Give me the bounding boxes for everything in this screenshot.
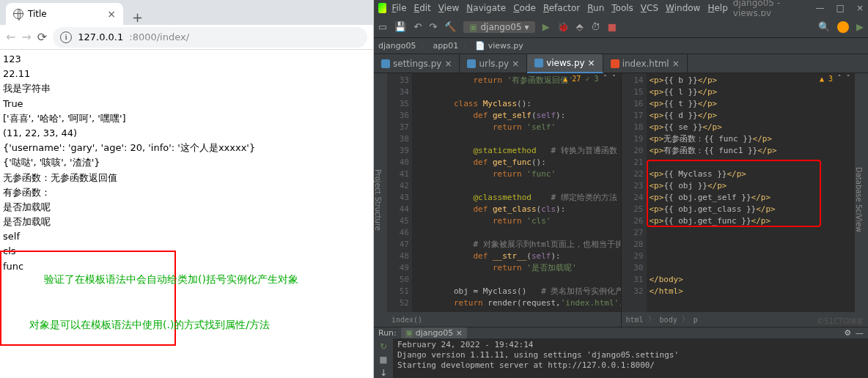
run-icon[interactable]: ▶ bbox=[542, 21, 550, 32]
console-output[interactable]: February 24, 2022 - 19:42:14Django versi… bbox=[393, 338, 868, 378]
menu-code[interactable]: Code bbox=[510, 3, 540, 13]
page-line: (11, 22, 33, 44) bbox=[3, 127, 370, 140]
close-icon[interactable]: × bbox=[512, 59, 519, 69]
sync-icon[interactable]: ▶ bbox=[856, 21, 864, 32]
redo-icon[interactable]: ↷ bbox=[429, 21, 437, 32]
file-tabs: settings.py ×urls.py ×views.py ×index.ht… bbox=[374, 54, 868, 73]
chevron-down-icon[interactable]: ˇ bbox=[611, 75, 616, 83]
annotation-box-2 bbox=[647, 160, 821, 227]
menu-refactor[interactable]: Refactor bbox=[540, 3, 584, 13]
run-panel: Run: ▣ django05 × ⚙ — ↻ ■ ↓ February 24,… bbox=[374, 327, 868, 378]
chevron-up-icon[interactable]: ˆ bbox=[837, 75, 842, 83]
chevron-up-icon[interactable]: ˆ bbox=[603, 75, 607, 83]
warning-badge: ▲ 27 bbox=[563, 75, 581, 83]
browser-tab[interactable]: Title × bbox=[6, 3, 123, 25]
open-icon[interactable]: ▭ bbox=[378, 21, 387, 32]
forward-icon[interactable]: → bbox=[21, 30, 31, 44]
file-tab-views.py[interactable]: views.py × bbox=[527, 54, 603, 73]
menu-file[interactable]: File bbox=[388, 3, 410, 13]
menu-help[interactable]: Help bbox=[704, 3, 731, 13]
menu-window[interactable]: Window bbox=[662, 3, 704, 13]
tab-strip: Title × + bbox=[0, 0, 373, 25]
editor-breadcrumb-left: index() bbox=[387, 312, 621, 327]
crumb-item[interactable]: django05 bbox=[378, 41, 416, 51]
run-config-dropdown[interactable]: ▣ django05 ▾ bbox=[463, 21, 535, 33]
menu-tools[interactable]: Tools bbox=[608, 3, 637, 13]
undo-icon[interactable]: ↶ bbox=[413, 21, 422, 32]
new-tab-icon[interactable]: + bbox=[132, 10, 143, 25]
down-icon[interactable]: ↓ bbox=[380, 368, 387, 378]
url-path: :8000/index/ bbox=[129, 32, 189, 42]
annotation-text-1: 验证了在模板语法中会自动给类加()括号实例化产生对象 bbox=[44, 273, 298, 287]
toolbar: ▭ 💾 ↶ ↷ 🔨 ▣ django05 ▾ ▶ 🐞 ⬘ ⏱ ■ 🔍 ▶ bbox=[374, 16, 868, 38]
file-tab-settings.py[interactable]: settings.py × bbox=[374, 54, 460, 73]
code-left[interactable]: return '有参函数返回值' class Myclass(): def ge… bbox=[412, 73, 621, 312]
coverage-icon[interactable]: ⬘ bbox=[576, 21, 584, 32]
close-icon[interactable]: × bbox=[856, 3, 864, 13]
titlebar: FileEditViewNavigateCodeRefactorRunTools… bbox=[374, 0, 868, 16]
gear-icon[interactable]: ⚙ bbox=[844, 328, 851, 338]
run-tab[interactable]: ▣ django05 × bbox=[401, 327, 467, 338]
url-host: 127.0.0.1 bbox=[78, 32, 123, 42]
page-line: 无参函数：无参函数返回值 bbox=[3, 171, 370, 185]
gutter-right: 14151617181920212223242526272829303132 bbox=[622, 73, 647, 312]
maximize-icon[interactable]: □ bbox=[836, 3, 845, 13]
page-line: self bbox=[3, 230, 370, 243]
close-icon[interactable]: × bbox=[672, 59, 680, 69]
back-icon[interactable]: ← bbox=[6, 30, 15, 44]
globe-icon bbox=[13, 9, 23, 19]
menu-navigate[interactable]: Navigate bbox=[463, 3, 510, 13]
project-tool-label[interactable]: Project Structure bbox=[374, 73, 387, 327]
menu-edit[interactable]: Edit bbox=[411, 3, 435, 13]
crumb-item[interactable]: 📄 views.py bbox=[475, 41, 523, 51]
ok-badge: ✓ 3 bbox=[585, 75, 598, 83]
page-line: 我是字符串 bbox=[3, 82, 370, 95]
url-bar: ← → ⟳ i 127.0.0.1:8000/index/ bbox=[0, 25, 373, 50]
annotation-text-2: 对象是可以在模板语法中使用(.)的方式找到属性/方法 bbox=[29, 318, 270, 333]
watermark: ©51CTO博客 bbox=[817, 316, 864, 327]
warning-badge: ▲ 3 bbox=[820, 75, 833, 83]
info-icon[interactable]: i bbox=[60, 32, 72, 43]
page-line: 是否加载呢 bbox=[3, 215, 370, 229]
debug-icon[interactable]: 🐞 bbox=[557, 21, 569, 32]
menu-view[interactable]: View bbox=[435, 3, 463, 13]
profile-icon[interactable]: ⏱ bbox=[591, 21, 600, 32]
browser-window: Title × + ← → ⟳ i 127.0.0.1:8000/index/ … bbox=[0, 0, 374, 378]
menu-vcs[interactable]: VCS bbox=[637, 3, 662, 13]
page-line: 123 bbox=[3, 53, 370, 66]
menu-run[interactable]: Run bbox=[584, 3, 608, 13]
search-icon[interactable]: 🔍 bbox=[818, 21, 830, 32]
crumb-item[interactable]: app01 bbox=[433, 41, 458, 51]
hammer-icon[interactable]: 🔨 bbox=[444, 21, 456, 32]
page-line: 22.11 bbox=[3, 67, 370, 81]
page-line: 是否加载呢 bbox=[3, 201, 370, 214]
breadcrumb: django05〉app01〉📄 views.py bbox=[374, 38, 868, 54]
database-tool-label[interactable]: Database SciView bbox=[855, 73, 868, 327]
reload-icon[interactable]: ⟳ bbox=[37, 30, 47, 44]
pycharm-logo-icon bbox=[378, 3, 386, 13]
close-icon[interactable]: × bbox=[444, 59, 452, 69]
page-line: {'哒哒', '咳咳', '渣渣'} bbox=[3, 156, 370, 169]
page-line: True bbox=[3, 97, 370, 111]
stop-icon[interactable]: ■ bbox=[379, 355, 387, 365]
page-line: ['喜喜', '哈哈', '呵呵', '嘿嘿'] bbox=[3, 112, 370, 125]
file-tab-urls.py[interactable]: urls.py × bbox=[460, 54, 527, 73]
minimize-panel-icon[interactable]: — bbox=[856, 328, 864, 338]
py-file-icon bbox=[381, 59, 390, 68]
rerun-icon[interactable]: ↻ bbox=[380, 341, 387, 352]
minimize-icon[interactable]: — bbox=[816, 3, 825, 13]
tab-title: Title bbox=[28, 9, 47, 19]
page-body: 验证了在模板语法中会自动给类加()括号实例化产生对象 对象是可以在模板语法中使用… bbox=[0, 50, 373, 378]
close-icon[interactable]: × bbox=[107, 8, 116, 20]
page-line: {'username': 'gary', 'age': 20, 'info': … bbox=[3, 141, 370, 155]
file-tab-index.html[interactable]: index.html × bbox=[603, 54, 688, 73]
ide-user-icon[interactable] bbox=[837, 21, 849, 33]
run-config-name: django05 bbox=[480, 22, 521, 32]
run-label: Run: bbox=[378, 328, 397, 338]
ide-window: FileEditViewNavigateCodeRefactorRunTools… bbox=[374, 0, 868, 378]
chevron-down-icon[interactable]: ˇ bbox=[846, 75, 850, 83]
save-icon[interactable]: 💾 bbox=[394, 21, 406, 32]
stop-icon[interactable]: ■ bbox=[608, 21, 617, 32]
url-field[interactable]: i 127.0.0.1:8000/index/ bbox=[53, 27, 367, 48]
close-icon[interactable]: × bbox=[588, 58, 595, 68]
